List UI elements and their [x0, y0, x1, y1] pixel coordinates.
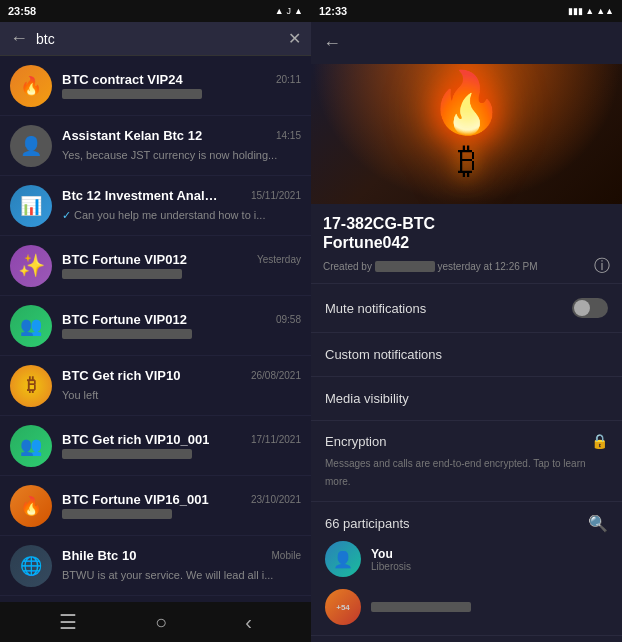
- lock-icon: 🔒: [591, 433, 608, 449]
- status-bar-right: 12:33 ▮▮▮ ▲ ▲▲: [311, 0, 622, 22]
- chat-preview-3: ✓ Can you help me understand how to i...: [62, 209, 265, 221]
- chat-info-6: BTC Get rich VIP10 26/08/2021 You left: [62, 368, 301, 403]
- menu-icon[interactable]: ☰: [59, 610, 77, 634]
- avatar-9: 🌐: [10, 545, 52, 587]
- participants-section: 66 participants 🔍 👤 You Liberosis +54: [311, 502, 622, 636]
- chat-info-8: BTC Fortune VIP16_001 23/10/2021: [62, 492, 301, 519]
- avatar-1: 🔥: [10, 65, 52, 107]
- chat-name-7: BTC Get rich VIP10_001: [62, 432, 209, 447]
- avatar-5: 👥: [10, 305, 52, 347]
- search-bar: ← ✕: [0, 22, 311, 56]
- signal-icon: ▲: [275, 6, 284, 16]
- media-visibility-item[interactable]: Media visibility: [311, 377, 622, 421]
- chat-time-1: 20:11: [276, 74, 301, 85]
- chat-preview-7: [62, 449, 192, 459]
- search-input[interactable]: [36, 31, 280, 47]
- back-arrow-left[interactable]: ←: [10, 28, 28, 49]
- avatar-8: 🔥: [10, 485, 52, 527]
- chat-list: 🔥 BTC contract VIP24 20:11 👤 Assistant K…: [0, 56, 311, 602]
- group-created-text: Created by yesterday at 12:26 PM: [323, 261, 538, 272]
- wifi-icon: ▲: [294, 6, 303, 16]
- chat-info-5: BTC Fortune VIP012 09:58: [62, 312, 301, 339]
- chat-item-6[interactable]: ₿ BTC Get rich VIP10 26/08/2021 You left: [0, 356, 311, 416]
- left-panel: 23:58 ▲ J ▲ ← ✕ 🔥 BTC contract VIP24 20:…: [0, 0, 311, 642]
- custom-label: Custom notifications: [325, 347, 442, 362]
- chat-item-2[interactable]: 👤 Assistant Kelan Btc 12 14:15 Yes, beca…: [0, 116, 311, 176]
- chat-preview-8: [62, 509, 172, 519]
- group-banner: 🔥 ₿: [311, 64, 622, 204]
- group-image: 🔥 ₿: [429, 64, 504, 204]
- group-info-section: 17-382CG-BTCFortune042 Created by yester…: [311, 204, 622, 284]
- you-avatar: 👤: [325, 541, 361, 577]
- chat-preview-4: [62, 269, 182, 279]
- status-bar-left: 23:58 ▲ J ▲: [0, 0, 311, 22]
- chat-item-5[interactable]: 👥 BTC Fortune VIP012 09:58: [0, 296, 311, 356]
- avatar-6: ₿: [10, 365, 52, 407]
- chat-info-3: Btc 12 Investment Analyst 15/11/2021 ✓ C…: [62, 188, 301, 223]
- you-role: Liberosis: [371, 561, 411, 572]
- chat-time-2: 14:15: [276, 130, 301, 141]
- info-icon[interactable]: ⓘ: [594, 256, 610, 277]
- chat-item-8[interactable]: 🔥 BTC Fortune VIP16_001 23/10/2021: [0, 476, 311, 536]
- chat-name-9: Bhile Btc 10: [62, 548, 136, 563]
- chat-time-5: 09:58: [276, 314, 301, 325]
- settings-list: Mute notifications Custom notifications …: [311, 284, 622, 642]
- chat-name-1: BTC contract VIP24: [62, 72, 183, 87]
- clear-search-icon[interactable]: ✕: [288, 29, 301, 48]
- back-arrow-right[interactable]: ←: [323, 33, 341, 54]
- chat-name-6: BTC Get rich VIP10: [62, 368, 180, 383]
- chat-info-1: BTC contract VIP24 20:11: [62, 72, 301, 99]
- second-info: [371, 602, 471, 612]
- time-right: 12:33: [319, 5, 347, 17]
- encryption-section[interactable]: Encryption 🔒 Messages and calls are end-…: [311, 421, 622, 502]
- chat-time-6: 26/08/2021: [251, 370, 301, 381]
- network-icon: J: [287, 6, 292, 16]
- chat-time-8: 23/10/2021: [251, 494, 301, 505]
- creator-blurred: [375, 261, 435, 272]
- you-name: You: [371, 547, 411, 561]
- chat-name-2: Assistant Kelan Btc 12: [62, 128, 202, 143]
- chat-info-4: BTC Fortune VIP012 Yesterday: [62, 252, 301, 279]
- chat-preview-1: [62, 89, 202, 99]
- second-number: [371, 602, 471, 612]
- chat-info-2: Assistant Kelan Btc 12 14:15 Yes, becaus…: [62, 128, 301, 163]
- status-icons-left: ▲ J ▲: [275, 6, 303, 16]
- chat-preview-9: BTWU is at your service. We will lead al…: [62, 569, 273, 581]
- time-left: 23:58: [8, 5, 36, 17]
- chat-item-9[interactable]: 🌐 Bhile Btc 10 Mobile BTWU is at your se…: [0, 536, 311, 596]
- status-icons-right: ▮▮▮ ▲ ▲▲: [568, 6, 614, 16]
- chat-time-9: Mobile: [272, 550, 301, 561]
- chat-info-7: BTC Get rich VIP10_001 17/11/2021: [62, 432, 301, 459]
- chat-name-3: Btc 12 Investment Analyst: [62, 188, 222, 203]
- chat-item-4[interactable]: ✨ BTC Fortune VIP012 Yesterday: [0, 236, 311, 296]
- chat-time-4: Yesterday: [257, 254, 301, 265]
- chat-info-9: Bhile Btc 10 Mobile BTWU is at your serv…: [62, 548, 301, 583]
- chat-item-3[interactable]: 📊 Btc 12 Investment Analyst 15/11/2021 ✓…: [0, 176, 311, 236]
- custom-notifications-item[interactable]: Custom notifications: [311, 333, 622, 377]
- search-participants-icon[interactable]: 🔍: [588, 514, 608, 533]
- chat-item-7[interactable]: 👥 BTC Get rich VIP10_001 17/11/2021: [0, 416, 311, 476]
- media-label: Media visibility: [325, 391, 409, 406]
- encryption-title: Encryption: [325, 434, 386, 449]
- chat-item-1[interactable]: 🔥 BTC contract VIP24 20:11: [0, 56, 311, 116]
- chat-preview-5: [62, 329, 192, 339]
- participant-second: +54: [325, 585, 608, 629]
- chat-name-5: BTC Fortune VIP012: [62, 312, 187, 327]
- mute-notifications-item[interactable]: Mute notifications: [311, 284, 622, 333]
- second-avatar: +54: [325, 589, 361, 625]
- right-panel: 12:33 ▮▮▮ ▲ ▲▲ ← 🔥 ₿ 17-382CG-BTCFortune…: [311, 0, 622, 642]
- avatar-3: 📊: [10, 185, 52, 227]
- mute-label: Mute notifications: [325, 301, 426, 316]
- mute-toggle[interactable]: [572, 298, 608, 318]
- avatar-7: 👥: [10, 425, 52, 467]
- chat-time-7: 17/11/2021: [251, 434, 301, 445]
- chat-name-8: BTC Fortune VIP16_001: [62, 492, 209, 507]
- bottom-nav: ☰ ○ ‹: [0, 602, 311, 642]
- back-nav-icon[interactable]: ‹: [245, 611, 252, 634]
- chat-preview-6: You left: [62, 389, 98, 401]
- avatar-2: 👤: [10, 125, 52, 167]
- chat-preview-2: Yes, because JST currency is now holding…: [62, 149, 277, 161]
- you-info: You Liberosis: [371, 547, 411, 572]
- right-header: ←: [311, 22, 622, 64]
- home-icon[interactable]: ○: [155, 611, 167, 634]
